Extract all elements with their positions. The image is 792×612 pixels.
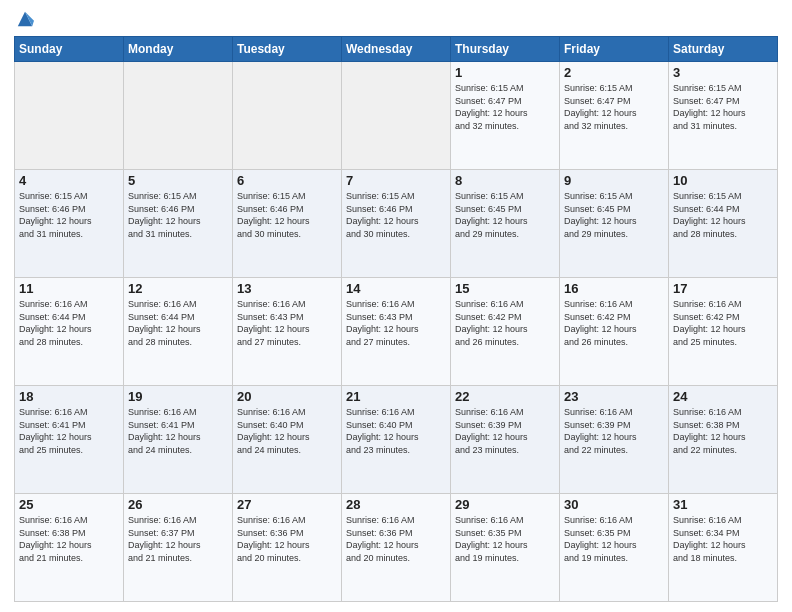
calendar-cell: 27Sunrise: 6:16 AM Sunset: 6:36 PM Dayli…	[233, 494, 342, 602]
day-number: 26	[128, 497, 228, 512]
day-detail: Sunrise: 6:16 AM Sunset: 6:40 PM Dayligh…	[346, 406, 446, 456]
calendar-cell: 21Sunrise: 6:16 AM Sunset: 6:40 PM Dayli…	[342, 386, 451, 494]
calendar-cell: 6Sunrise: 6:15 AM Sunset: 6:46 PM Daylig…	[233, 170, 342, 278]
calendar-cell: 30Sunrise: 6:16 AM Sunset: 6:35 PM Dayli…	[560, 494, 669, 602]
calendar-cell	[342, 62, 451, 170]
calendar-cell: 14Sunrise: 6:16 AM Sunset: 6:43 PM Dayli…	[342, 278, 451, 386]
calendar-cell: 25Sunrise: 6:16 AM Sunset: 6:38 PM Dayli…	[15, 494, 124, 602]
day-detail: Sunrise: 6:16 AM Sunset: 6:35 PM Dayligh…	[564, 514, 664, 564]
day-detail: Sunrise: 6:16 AM Sunset: 6:41 PM Dayligh…	[128, 406, 228, 456]
day-number: 27	[237, 497, 337, 512]
calendar-cell: 11Sunrise: 6:16 AM Sunset: 6:44 PM Dayli…	[15, 278, 124, 386]
calendar-cell: 16Sunrise: 6:16 AM Sunset: 6:42 PM Dayli…	[560, 278, 669, 386]
logo-icon	[16, 10, 34, 28]
calendar-cell: 17Sunrise: 6:16 AM Sunset: 6:42 PM Dayli…	[669, 278, 778, 386]
day-number: 17	[673, 281, 773, 296]
day-number: 5	[128, 173, 228, 188]
calendar-day-header: Saturday	[669, 37, 778, 62]
day-detail: Sunrise: 6:15 AM Sunset: 6:46 PM Dayligh…	[128, 190, 228, 240]
calendar-day-header: Monday	[124, 37, 233, 62]
calendar-cell: 19Sunrise: 6:16 AM Sunset: 6:41 PM Dayli…	[124, 386, 233, 494]
day-detail: Sunrise: 6:16 AM Sunset: 6:43 PM Dayligh…	[237, 298, 337, 348]
day-detail: Sunrise: 6:16 AM Sunset: 6:42 PM Dayligh…	[673, 298, 773, 348]
day-detail: Sunrise: 6:15 AM Sunset: 6:45 PM Dayligh…	[455, 190, 555, 240]
day-detail: Sunrise: 6:16 AM Sunset: 6:40 PM Dayligh…	[237, 406, 337, 456]
calendar-cell: 18Sunrise: 6:16 AM Sunset: 6:41 PM Dayli…	[15, 386, 124, 494]
calendar-cell: 15Sunrise: 6:16 AM Sunset: 6:42 PM Dayli…	[451, 278, 560, 386]
day-detail: Sunrise: 6:15 AM Sunset: 6:45 PM Dayligh…	[564, 190, 664, 240]
calendar-cell: 22Sunrise: 6:16 AM Sunset: 6:39 PM Dayli…	[451, 386, 560, 494]
calendar-day-header: Wednesday	[342, 37, 451, 62]
calendar-cell: 24Sunrise: 6:16 AM Sunset: 6:38 PM Dayli…	[669, 386, 778, 494]
calendar-cell: 3Sunrise: 6:15 AM Sunset: 6:47 PM Daylig…	[669, 62, 778, 170]
day-number: 11	[19, 281, 119, 296]
calendar-day-header: Sunday	[15, 37, 124, 62]
day-number: 14	[346, 281, 446, 296]
day-number: 31	[673, 497, 773, 512]
calendar-cell: 9Sunrise: 6:15 AM Sunset: 6:45 PM Daylig…	[560, 170, 669, 278]
calendar-cell: 8Sunrise: 6:15 AM Sunset: 6:45 PM Daylig…	[451, 170, 560, 278]
calendar-cell: 23Sunrise: 6:16 AM Sunset: 6:39 PM Dayli…	[560, 386, 669, 494]
calendar-cell: 10Sunrise: 6:15 AM Sunset: 6:44 PM Dayli…	[669, 170, 778, 278]
day-number: 9	[564, 173, 664, 188]
day-number: 19	[128, 389, 228, 404]
day-number: 8	[455, 173, 555, 188]
calendar-cell: 1Sunrise: 6:15 AM Sunset: 6:47 PM Daylig…	[451, 62, 560, 170]
calendar-cell: 4Sunrise: 6:15 AM Sunset: 6:46 PM Daylig…	[15, 170, 124, 278]
calendar-table: SundayMondayTuesdayWednesdayThursdayFrid…	[14, 36, 778, 602]
day-number: 1	[455, 65, 555, 80]
calendar-cell: 28Sunrise: 6:16 AM Sunset: 6:36 PM Dayli…	[342, 494, 451, 602]
calendar-cell: 2Sunrise: 6:15 AM Sunset: 6:47 PM Daylig…	[560, 62, 669, 170]
day-number: 4	[19, 173, 119, 188]
calendar-cell: 20Sunrise: 6:16 AM Sunset: 6:40 PM Dayli…	[233, 386, 342, 494]
calendar-cell: 12Sunrise: 6:16 AM Sunset: 6:44 PM Dayli…	[124, 278, 233, 386]
calendar-week-row: 11Sunrise: 6:16 AM Sunset: 6:44 PM Dayli…	[15, 278, 778, 386]
calendar-cell	[233, 62, 342, 170]
day-detail: Sunrise: 6:16 AM Sunset: 6:38 PM Dayligh…	[673, 406, 773, 456]
day-detail: Sunrise: 6:15 AM Sunset: 6:46 PM Dayligh…	[19, 190, 119, 240]
day-number: 20	[237, 389, 337, 404]
day-detail: Sunrise: 6:16 AM Sunset: 6:41 PM Dayligh…	[19, 406, 119, 456]
day-detail: Sunrise: 6:15 AM Sunset: 6:47 PM Dayligh…	[564, 82, 664, 132]
day-detail: Sunrise: 6:16 AM Sunset: 6:35 PM Dayligh…	[455, 514, 555, 564]
day-number: 29	[455, 497, 555, 512]
day-number: 23	[564, 389, 664, 404]
page: SundayMondayTuesdayWednesdayThursdayFrid…	[0, 0, 792, 612]
day-number: 3	[673, 65, 773, 80]
calendar-week-row: 1Sunrise: 6:15 AM Sunset: 6:47 PM Daylig…	[15, 62, 778, 170]
calendar-week-row: 4Sunrise: 6:15 AM Sunset: 6:46 PM Daylig…	[15, 170, 778, 278]
day-detail: Sunrise: 6:16 AM Sunset: 6:43 PM Dayligh…	[346, 298, 446, 348]
day-number: 2	[564, 65, 664, 80]
day-detail: Sunrise: 6:16 AM Sunset: 6:39 PM Dayligh…	[564, 406, 664, 456]
day-detail: Sunrise: 6:15 AM Sunset: 6:46 PM Dayligh…	[346, 190, 446, 240]
calendar-day-header: Tuesday	[233, 37, 342, 62]
day-number: 16	[564, 281, 664, 296]
day-number: 28	[346, 497, 446, 512]
day-detail: Sunrise: 6:16 AM Sunset: 6:42 PM Dayligh…	[564, 298, 664, 348]
calendar-cell: 29Sunrise: 6:16 AM Sunset: 6:35 PM Dayli…	[451, 494, 560, 602]
day-detail: Sunrise: 6:16 AM Sunset: 6:37 PM Dayligh…	[128, 514, 228, 564]
day-detail: Sunrise: 6:16 AM Sunset: 6:36 PM Dayligh…	[237, 514, 337, 564]
day-detail: Sunrise: 6:15 AM Sunset: 6:47 PM Dayligh…	[455, 82, 555, 132]
day-number: 10	[673, 173, 773, 188]
day-number: 15	[455, 281, 555, 296]
day-detail: Sunrise: 6:16 AM Sunset: 6:38 PM Dayligh…	[19, 514, 119, 564]
day-detail: Sunrise: 6:15 AM Sunset: 6:46 PM Dayligh…	[237, 190, 337, 240]
day-detail: Sunrise: 6:16 AM Sunset: 6:39 PM Dayligh…	[455, 406, 555, 456]
day-detail: Sunrise: 6:16 AM Sunset: 6:34 PM Dayligh…	[673, 514, 773, 564]
calendar-header-row: SundayMondayTuesdayWednesdayThursdayFrid…	[15, 37, 778, 62]
day-number: 18	[19, 389, 119, 404]
day-number: 12	[128, 281, 228, 296]
calendar-day-header: Thursday	[451, 37, 560, 62]
logo	[14, 14, 34, 28]
calendar-cell: 13Sunrise: 6:16 AM Sunset: 6:43 PM Dayli…	[233, 278, 342, 386]
calendar-day-header: Friday	[560, 37, 669, 62]
day-detail: Sunrise: 6:16 AM Sunset: 6:44 PM Dayligh…	[19, 298, 119, 348]
day-number: 13	[237, 281, 337, 296]
calendar-cell: 31Sunrise: 6:16 AM Sunset: 6:34 PM Dayli…	[669, 494, 778, 602]
calendar-week-row: 25Sunrise: 6:16 AM Sunset: 6:38 PM Dayli…	[15, 494, 778, 602]
calendar-cell: 26Sunrise: 6:16 AM Sunset: 6:37 PM Dayli…	[124, 494, 233, 602]
calendar-cell	[15, 62, 124, 170]
day-number: 21	[346, 389, 446, 404]
day-number: 24	[673, 389, 773, 404]
